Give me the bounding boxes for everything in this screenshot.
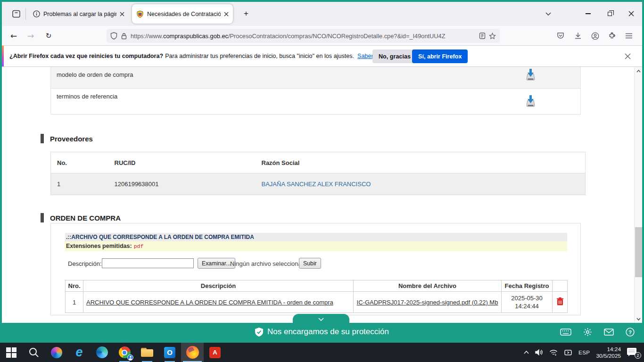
protection-message: Nos encargamos de su protección	[267, 327, 389, 337]
razon-social-link[interactable]: BAJAÑA SANCHEZ ALEX FRANCISCO	[262, 181, 371, 188]
file-explorer-icon	[141, 348, 153, 357]
account-icon[interactable]	[588, 29, 602, 42]
file-explorer-button[interactable]	[136, 343, 158, 362]
tab-close-icon[interactable]	[120, 12, 124, 16]
page-scrollbar[interactable]	[634, 67, 642, 323]
delete-trash-icon[interactable]	[557, 297, 563, 305]
tab-label: Problemas al cargar la página	[43, 11, 116, 17]
language-indicator[interactable]: ESP	[578, 350, 590, 355]
file-descripcion-link[interactable]: ARCHIVO QUE CORRESPONDE A LA ORDEN DE CO…	[86, 299, 333, 306]
search-button[interactable]	[23, 343, 45, 362]
windows-logo-icon	[6, 347, 17, 358]
close-button[interactable]	[624, 7, 638, 21]
web-page: modelo de orden de compra terminos de re…	[2, 67, 642, 323]
tab-close-icon[interactable]	[224, 12, 229, 16]
notification-close-icon[interactable]	[621, 50, 634, 62]
uploaded-files-table: Nro. Descripción Nombre del Archivo Fech…	[65, 280, 568, 313]
bookmark-star-icon[interactable]	[489, 33, 496, 40]
meet-now-icon[interactable]	[564, 349, 572, 356]
shield-check-icon	[255, 328, 263, 337]
browse-button[interactable]: Examinar...	[198, 258, 235, 269]
column-header: Razón Social	[256, 152, 586, 173]
allowed-extension: pdf	[134, 243, 144, 249]
shield-icon[interactable]	[110, 32, 117, 40]
table-row: 1 ARCHIVO QUE CORRESPONDE A LA ORDEN DE …	[66, 292, 568, 313]
firefox-view-icon[interactable]	[9, 8, 23, 20]
restore-button[interactable]	[603, 7, 617, 21]
extensions-icon[interactable]	[605, 29, 619, 42]
tab-strip: Problemas al cargar la página Necesidade…	[2, 2, 642, 26]
volume-icon[interactable]	[535, 349, 543, 356]
firefox-button[interactable]	[181, 343, 204, 362]
attachment-row: terminos de referencia	[51, 89, 580, 115]
decline-button[interactable]: No, gracias	[372, 49, 417, 63]
settings-gear-icon[interactable]	[583, 328, 592, 337]
firefox-icon	[186, 346, 199, 359]
copilot-button[interactable]	[45, 343, 68, 362]
lock-icon[interactable]	[121, 33, 127, 40]
tab-problemas[interactable]: Problemas al cargar la página	[29, 5, 129, 23]
notification-body: Para administrar tus preferencias de ini…	[165, 53, 354, 59]
chrome-profile-badge	[127, 354, 133, 361]
outlook-button[interactable]: O	[158, 343, 181, 362]
upload-form: Descripción: Examinar... Ningún archivo …	[51, 258, 580, 271]
keyboard-icon[interactable]	[560, 329, 571, 336]
tab-necesidades[interactable]: Necesidades de Contratación y	[132, 4, 233, 24]
url-bar[interactable]: https://www.compraspublicas.gob.ec/Proce…	[107, 29, 500, 43]
clock[interactable]: 14:2430/5/2025	[596, 346, 621, 359]
file-name-link[interactable]: IC-GADPRSJ017-2025-signed-signed.pdf (0.…	[357, 299, 498, 306]
upload-button[interactable]: Subir	[299, 258, 321, 269]
column-header: Nro.	[66, 280, 83, 292]
tab-divider	[25, 8, 26, 20]
descripcion-input[interactable]	[102, 258, 194, 268]
section-title: ORDEN DE COMPRA	[50, 214, 121, 222]
column-header: RUC/ID	[108, 152, 256, 173]
menu-icon[interactable]	[622, 29, 636, 42]
edge-button[interactable]	[91, 343, 113, 362]
list-all-tabs-icon[interactable]	[541, 7, 555, 21]
notification-accent-stripe	[2, 46, 4, 66]
column-header: Descripción	[83, 280, 354, 292]
table-header-row: No. RUC/ID Razón Social	[51, 152, 586, 173]
download-file-icon[interactable]	[524, 68, 537, 83]
start-button[interactable]	[0, 343, 23, 362]
url-text: https://www.compraspublicas.gob.ec/Proce…	[131, 33, 476, 40]
scroll-up-icon[interactable]	[635, 67, 642, 75]
chrome-button[interactable]	[113, 343, 136, 362]
startup-notification-bar: ¿Abrir Firefox cada vez que reinicies tu…	[2, 46, 642, 67]
tray-expand-icon[interactable]	[524, 351, 529, 354]
table-row: 1 1206199638001 BAJAÑA SANCHEZ ALEX FRAN…	[51, 173, 586, 195]
help-icon[interactable]: ?	[626, 328, 635, 337]
browser-window: Problemas al cargar la página Necesidade…	[2, 2, 642, 341]
orden-compra-panel: .::ARCHIVO QUE CORRESPONDE A LA ORDEN DE…	[50, 223, 581, 315]
new-tab-button[interactable]: +	[239, 7, 253, 20]
download-file-icon[interactable]	[524, 94, 537, 109]
minimize-button[interactable]	[581, 7, 595, 21]
file-nro: 1	[66, 292, 83, 313]
pocket-icon[interactable]	[554, 29, 567, 42]
attachment-label: terminos de referencia	[57, 93, 117, 100]
reader-mode-icon[interactable]	[479, 33, 486, 39]
mail-icon[interactable]	[604, 329, 614, 336]
reload-icon[interactable]: ↻	[41, 29, 56, 43]
acrobat-button[interactable]: A	[204, 343, 226, 362]
accept-button[interactable]: Sí, abrir Firefox	[412, 49, 468, 63]
notification-question: ¿Abrir Firefox cada vez que reinicies tu…	[9, 53, 163, 59]
scroll-down-icon[interactable]	[635, 315, 642, 323]
acrobat-icon: A	[209, 347, 221, 358]
back-icon[interactable]: ←	[7, 29, 21, 43]
proveedor-no: 1	[51, 173, 108, 195]
section-title: Proveedores	[50, 135, 93, 143]
ecuador-crest-favicon	[136, 10, 144, 18]
column-header: Nombre del Archivo	[354, 280, 502, 292]
internet-explorer-icon: e	[75, 346, 83, 359]
wifi-icon[interactable]	[549, 349, 558, 356]
proveedores-section-header: Proveedores	[41, 134, 93, 143]
forward-icon[interactable]: →	[24, 29, 38, 43]
svg-text:?: ?	[628, 329, 632, 335]
downloads-icon[interactable]	[571, 29, 585, 42]
protection-bar: Nos encargamos de su protección ?	[2, 323, 642, 341]
internet-explorer-button[interactable]: e	[68, 343, 91, 362]
scrollbar-thumb[interactable]	[635, 227, 642, 277]
notification-center-button[interactable]: 2	[627, 346, 641, 359]
